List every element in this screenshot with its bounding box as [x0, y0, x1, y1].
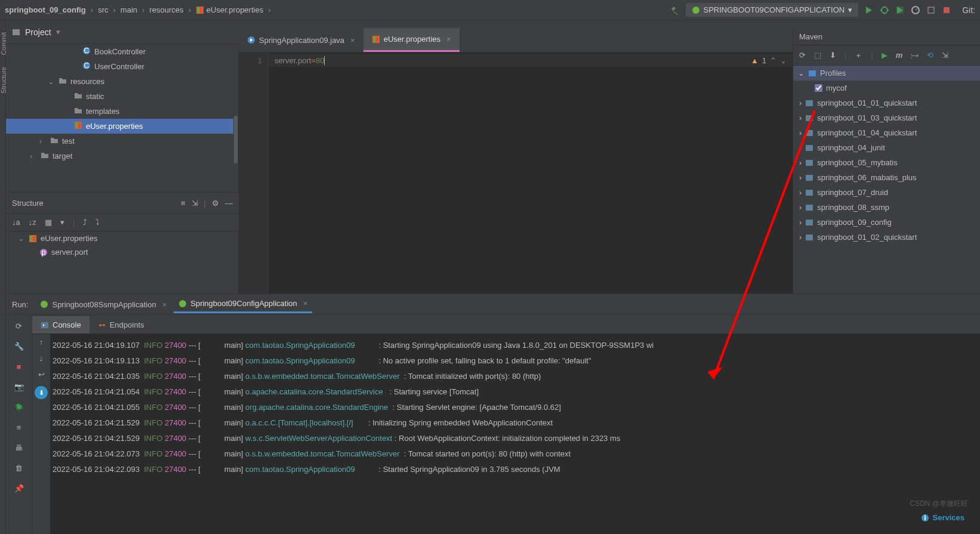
soft-wrap-icon[interactable]: ↩	[38, 370, 45, 379]
chevron-down-icon[interactable]: ▾	[56, 27, 60, 36]
left-tool-rail[interactable]: Commit Structure	[0, 20, 6, 534]
chevron-up-icon[interactable]: ⌃	[770, 56, 776, 65]
watermark: CSDN @卑微旺旺	[910, 499, 968, 509]
run-icon[interactable]: ▶	[882, 51, 887, 60]
autoscroll-from-icon[interactable]: ⤵	[95, 218, 100, 227]
stop-icon[interactable]	[942, 5, 951, 15]
collapse-icon[interactable]: ⇲	[192, 199, 198, 208]
sort-za-icon[interactable]: ↓z	[29, 218, 36, 227]
run-settings-icon[interactable]: 🔧	[13, 340, 26, 352]
close-icon[interactable]: ×	[303, 299, 308, 308]
trash-icon[interactable]: 🗑	[13, 462, 26, 474]
crumb[interactable]: resources	[149, 5, 183, 14]
expand-icon[interactable]: ≡	[181, 199, 186, 208]
reload-icon[interactable]: ⟳	[799, 51, 806, 60]
editor-status[interactable]: ▲ 1 ⌃ ⌄	[751, 56, 787, 65]
editor-tab[interactable]: SpringApplication09.java×	[239, 28, 363, 52]
tree-item[interactable]: eUser.properties	[6, 119, 238, 134]
structure-item[interactable]: p server.port	[6, 245, 238, 259]
run-config-selector[interactable]: SPRINGBOOT09CONFIGAPPLICATION ▾	[686, 3, 859, 17]
skip-tests-icon[interactable]: ⧴	[911, 51, 919, 60]
console-tab[interactable]: Endpoints	[90, 316, 153, 334]
editor-tab[interactable]: eUser.properties×	[363, 28, 460, 52]
maven-tool-title[interactable]: Maven	[793, 29, 980, 45]
tree-item[interactable]: static	[6, 89, 238, 104]
maven-module[interactable]: ›mspringboot_01_01_quickstart	[793, 95, 980, 110]
generate-icon[interactable]: ⬚	[814, 51, 821, 60]
code-val: 80	[316, 56, 324, 65]
add-icon[interactable]: ＋	[855, 50, 862, 61]
refresh-icon[interactable]: ⟲	[927, 51, 933, 60]
console-output[interactable]: 2022-05-16 21:04:19.107 INFO 27400 --- […	[50, 334, 980, 534]
autoscroll-to-icon[interactable]: ⤴	[83, 218, 87, 227]
profile-checkbox[interactable]	[815, 84, 822, 92]
up-icon[interactable]: ↑	[39, 338, 44, 347]
chevron-down-icon[interactable]: ⌄	[780, 56, 787, 65]
close-icon[interactable]: ×	[446, 35, 451, 44]
maven-module[interactable]: ›mspringboot_06_mabatis_plus	[793, 170, 980, 185]
down-icon[interactable]: ↓	[39, 354, 44, 363]
maven-module[interactable]: ›mspringboot_08_ssmp	[793, 200, 980, 215]
run-tab[interactable]: Springboot09ConfigApplication×	[174, 295, 312, 313]
console-line: 2022-05-16 21:04:21.055 INFO 27400 --- […	[53, 400, 978, 415]
layout-icon[interactable]: ≡	[13, 421, 26, 433]
crumb[interactable]: eUser.properties	[207, 5, 263, 14]
close-icon[interactable]: ×	[162, 300, 167, 309]
tree-item[interactable]: ⌄resources	[6, 74, 238, 89]
debug-icon[interactable]	[880, 5, 889, 15]
services-tool-button[interactable]: i Services	[917, 512, 969, 523]
download-icon[interactable]: ⬇	[830, 51, 836, 60]
maven-module[interactable]: ›mspringboot_07_druid	[793, 185, 980, 200]
console-tab[interactable]: Console	[32, 316, 90, 334]
structure-tree[interactable]: ⌄ eUser.properties p server.port	[6, 231, 239, 294]
crumb[interactable]: springboot_09_config	[5, 5, 86, 14]
project-title[interactable]: Project	[25, 27, 51, 37]
pin-icon[interactable]: 📌	[13, 482, 26, 494]
tree-item[interactable]: CBookController	[6, 44, 238, 59]
structure-title[interactable]: Structure	[12, 199, 44, 208]
print-icon[interactable]: 🖶	[13, 442, 26, 453]
m-icon[interactable]: m	[896, 51, 903, 60]
run-tab[interactable]: Springboot08SsmpApplication×	[35, 295, 171, 313]
project-tree[interactable]: CBookControllerCUserController⌄resources…	[6, 44, 239, 192]
hide-icon[interactable]: —	[225, 199, 233, 208]
tree-item[interactable]: ›target	[6, 149, 238, 163]
fields-icon[interactable]: ▦	[45, 218, 52, 227]
camera-icon[interactable]: 📷	[13, 381, 26, 393]
svg-text:m: m	[806, 99, 813, 107]
stop-icon[interactable]: ■	[13, 360, 26, 372]
close-icon[interactable]: ×	[350, 36, 355, 45]
crumb[interactable]: src	[98, 5, 108, 14]
maven-tree[interactable]: ⌄ Profiles mycof ›mspringboot_01_01_quic…	[793, 66, 980, 294]
maven-module[interactable]: ›mspringboot_09_config	[793, 215, 980, 230]
svg-text:m: m	[806, 233, 813, 242]
maven-module[interactable]: ›mspringboot_01_02_quickstart	[793, 230, 980, 245]
maven-module[interactable]: ›mspringboot_04_junit	[793, 140, 980, 155]
maven-module[interactable]: ›mspringboot_01_04_quickstart	[793, 125, 980, 140]
maven-module[interactable]: ›mspringboot_05_mybatis	[793, 155, 980, 170]
maven-module[interactable]: ›mspringboot_01_03_quickstart	[793, 110, 980, 125]
sort-az-icon[interactable]: ↓a	[12, 218, 20, 227]
chevron-down-icon[interactable]: ▾	[60, 218, 64, 227]
rerun-icon[interactable]: ⟳	[13, 320, 26, 332]
hammer-icon[interactable]	[670, 5, 680, 15]
gear-icon[interactable]: ⚙	[212, 199, 219, 208]
tree-item[interactable]: CUserController	[6, 59, 238, 74]
editor-area[interactable]: 1 server.port=80 ▲ 1 ⌃ ⌄	[239, 53, 793, 294]
tree-item[interactable]: templates	[6, 104, 238, 119]
crumb[interactable]: main	[121, 5, 137, 14]
run-icon[interactable]	[864, 5, 874, 15]
structure-root[interactable]: ⌄ eUser.properties	[6, 231, 238, 245]
scroll-to-end-icon[interactable]: ⬇	[35, 386, 48, 399]
attach-debugger-icon[interactable]: 🪲	[13, 401, 26, 413]
maven-profiles[interactable]: ⌄ Profiles	[793, 66, 980, 81]
collapse-all-icon[interactable]: ⇲	[942, 51, 948, 60]
profiler-icon[interactable]	[911, 5, 920, 15]
git-label: Git:	[962, 5, 975, 15]
coverage-icon[interactable]	[895, 5, 905, 15]
scrollbar[interactable]	[233, 44, 238, 192]
tree-item[interactable]: ›test	[6, 134, 238, 149]
maven-profile-item[interactable]: mycof	[793, 81, 980, 95]
attach-icon[interactable]	[926, 5, 936, 15]
code-line[interactable]: server.port=80	[275, 56, 325, 65]
